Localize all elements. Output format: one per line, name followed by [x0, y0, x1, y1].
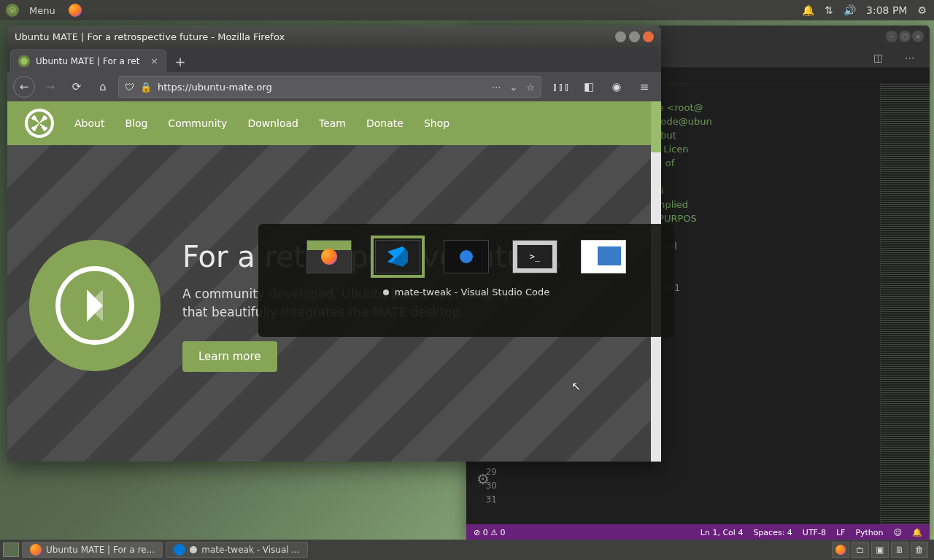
- hero-logo-icon: [29, 240, 161, 371]
- firefox-titlebar[interactable]: Ubuntu MATE | For a retrospective future…: [7, 26, 661, 47]
- power-icon[interactable]: ⚙: [917, 4, 927, 16]
- tab-strip: Ubuntu MATE | For a ret × +: [7, 47, 661, 72]
- scroll-thumb[interactable]: [651, 101, 661, 152]
- window-title: Ubuntu MATE | For a retrospective future…: [15, 31, 285, 42]
- switcher-label: mate-tweak - Visual Studio Code: [383, 287, 549, 298]
- switcher-item-terminal[interactable]: [512, 240, 557, 273]
- workspace-dot-icon: [383, 289, 389, 295]
- learn-more-button[interactable]: Learn more: [182, 341, 277, 372]
- vscode-icon: [174, 544, 185, 556]
- bookmark-star-icon[interactable]: ☆: [526, 82, 535, 93]
- menu-button[interactable]: Menu: [23, 5, 61, 16]
- status-eol[interactable]: LF: [836, 528, 845, 537]
- minimize-button[interactable]: –: [886, 31, 898, 42]
- maximize-button[interactable]: [629, 31, 640, 42]
- tray-doc-icon[interactable]: 🗎: [891, 542, 908, 558]
- show-desktop-button[interactable]: [3, 542, 19, 557]
- close-button[interactable]: ×: [912, 31, 924, 42]
- back-button[interactable]: ←: [13, 76, 35, 98]
- notifications-icon[interactable]: 🔔: [802, 4, 814, 16]
- reload-button[interactable]: ⟳: [66, 76, 88, 98]
- minimap[interactable]: [880, 84, 930, 524]
- network-icon[interactable]: ⇅: [825, 4, 833, 16]
- maximize-button[interactable]: ▢: [899, 31, 911, 42]
- bottom-panel: Ubuntu MATE | For a re... mate-tweak - V…: [0, 540, 934, 560]
- status-lang[interactable]: Python: [855, 528, 883, 537]
- shield-icon[interactable]: 🛡: [125, 82, 134, 93]
- nav-toolbar: ← → ⟳ ⌂ 🛡 🔒 https://ubuntu-mate.org ⋯ ⌄ …: [7, 72, 661, 101]
- volume-icon[interactable]: 🔊: [844, 4, 856, 16]
- mouse-cursor-icon: ↖: [571, 379, 581, 393]
- nav-link[interactable]: Blog: [125, 117, 147, 129]
- firefox-icon: [30, 544, 42, 556]
- site-header: AboutBlogCommunityDownloadTeamDonateShop: [7, 101, 651, 145]
- url-text: https://ubuntu-mate.org: [158, 82, 272, 93]
- taskbar-item-firefox[interactable]: Ubuntu MATE | For a re...: [22, 542, 163, 558]
- sidebar-icon[interactable]: ◧: [578, 76, 600, 98]
- site-logo-icon[interactable]: [25, 109, 54, 138]
- taskbar-item-vscode[interactable]: mate-tweak - Visual ...: [166, 542, 308, 558]
- bottom-tray: 🗀 ▣ 🗎 🗑: [832, 542, 931, 558]
- switcher-label-text: mate-tweak - Visual Studio Code: [395, 287, 549, 298]
- status-lncol[interactable]: Ln 1, Col 4: [700, 528, 744, 537]
- switcher-item-writer[interactable]: [581, 240, 626, 273]
- account-icon[interactable]: ◉: [606, 76, 628, 98]
- firefox-launcher-icon[interactable]: [69, 4, 82, 17]
- top-panel: ◌ Menu 🔔 ⇅ 🔊 3:08 PM ⚙: [0, 0, 934, 20]
- task-label: mate-tweak - Visual ...: [201, 545, 300, 555]
- browser-tab[interactable]: Ubuntu MATE | For a ret ×: [10, 49, 166, 72]
- switcher-item-firefox[interactable]: [306, 240, 352, 273]
- unsaved-dot-icon: [190, 546, 197, 553]
- status-bell-icon[interactable]: 🔔: [912, 528, 922, 537]
- split-editor-icon[interactable]: ◫: [868, 52, 889, 63]
- tray-trash-icon[interactable]: 🗑: [911, 542, 928, 558]
- tray-terminal-icon[interactable]: ▣: [871, 542, 889, 558]
- tray-firefox-icon[interactable]: [832, 542, 849, 558]
- library-icon[interactable]: ⫿⫿⫿: [550, 76, 572, 98]
- nav-link[interactable]: Shop: [424, 117, 449, 129]
- page-actions-icon[interactable]: ⋯: [491, 82, 501, 93]
- status-errors[interactable]: ⊘ 0 ⚠ 0: [474, 528, 506, 537]
- status-feedback-icon[interactable]: ☺: [894, 528, 902, 537]
- tab-title: Ubuntu MATE | For a ret: [36, 56, 139, 66]
- task-label: Ubuntu MATE | For a re...: [46, 545, 155, 555]
- site-nav: AboutBlogCommunityDownloadTeamDonateShop: [74, 117, 449, 129]
- nav-link[interactable]: Donate: [366, 117, 404, 129]
- status-encoding[interactable]: UTF-8: [803, 528, 826, 537]
- new-tab-button[interactable]: +: [169, 50, 191, 72]
- nav-link[interactable]: Team: [319, 117, 346, 129]
- nav-link[interactable]: Download: [247, 117, 298, 129]
- clock[interactable]: 3:08 PM: [866, 4, 907, 16]
- tray-files-icon[interactable]: 🗀: [852, 542, 869, 558]
- alt-tab-switcher: mate-tweak - Visual Studio Code: [258, 224, 674, 337]
- nav-link[interactable]: About: [74, 117, 104, 129]
- close-button[interactable]: [643, 31, 654, 42]
- forward-button: →: [39, 76, 61, 98]
- favicon-icon: [18, 55, 30, 67]
- more-icon[interactable]: ⋯: [899, 52, 921, 63]
- url-bar[interactable]: 🛡 🔒 https://ubuntu-mate.org ⋯ ⌄ ☆: [118, 76, 541, 98]
- system-tray: 🔔 ⇅ 🔊 3:08 PM ⚙: [802, 4, 934, 16]
- status-spaces[interactable]: Spaces: 4: [753, 528, 792, 537]
- switcher-item-video[interactable]: [444, 240, 489, 273]
- home-button[interactable]: ⌂: [92, 76, 114, 98]
- switcher-item-vscode[interactable]: [375, 240, 420, 273]
- hamburger-menu-icon[interactable]: ≡: [633, 76, 655, 98]
- nav-link[interactable]: Community: [168, 117, 227, 129]
- close-tab-icon[interactable]: ×: [150, 55, 158, 66]
- mate-menu-icon[interactable]: ◌: [6, 4, 19, 17]
- pocket-icon[interactable]: ⌄: [509, 82, 517, 93]
- settings-gear-icon[interactable]: ⚙: [476, 470, 490, 488]
- lock-icon[interactable]: 🔒: [140, 82, 152, 93]
- minimize-button[interactable]: [615, 31, 626, 42]
- vscode-statusbar: ⊘ 0 ⚠ 0 Ln 1, Col 4 Spaces: 4 UTF-8 LF P…: [466, 524, 930, 540]
